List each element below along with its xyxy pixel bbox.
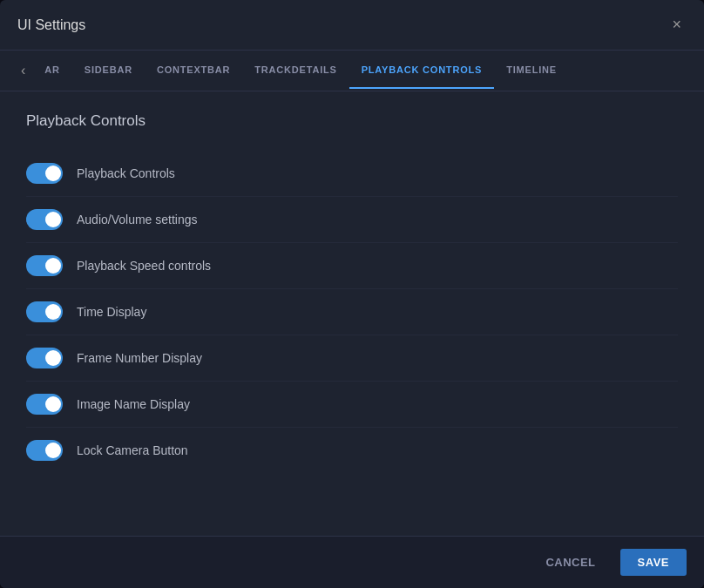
toggle-row-lock-camera: Lock Camera Button xyxy=(26,428,678,473)
toggle-label-lock-camera: Lock Camera Button xyxy=(77,443,188,457)
tab-playback-controls[interactable]: PLAYBACK CONTROLS xyxy=(349,52,494,89)
toggle-time-display[interactable] xyxy=(26,301,63,322)
modal-title: UI Settings xyxy=(17,17,85,33)
toggle-frame-number[interactable] xyxy=(26,348,63,368)
tab-ar[interactable]: AR xyxy=(32,52,72,89)
toggle-label-image-name: Image Name Display xyxy=(77,397,190,411)
toggle-row-frame-number: Frame Number Display xyxy=(26,335,678,382)
toggle-lock-camera[interactable] xyxy=(26,440,63,461)
tab-contextbar[interactable]: CONTEXTBAR xyxy=(145,52,242,89)
cancel-button[interactable]: CANCEL xyxy=(531,549,609,576)
ui-settings-modal: UI Settings × ‹ AR SIDEBAR CONTEXTBAR TR… xyxy=(0,0,704,588)
tab-timeline[interactable]: TIMELINE xyxy=(494,52,569,89)
toggle-playback-speed[interactable] xyxy=(26,255,63,276)
toggle-label-playback-speed: Playback Speed controls xyxy=(77,259,211,273)
toggle-row-image-name: Image Name Display xyxy=(26,382,678,428)
tab-trackdetails[interactable]: TRACKDETAILS xyxy=(242,52,349,89)
tab-sidebar[interactable]: SIDEBAR xyxy=(72,52,145,89)
modal-overlay: UI Settings × ‹ AR SIDEBAR CONTEXTBAR TR… xyxy=(0,0,704,588)
tabs-back-button[interactable]: ‹ xyxy=(14,51,32,91)
toggle-row-playback-speed: Playback Speed controls xyxy=(26,243,678,289)
tabs-bar: ‹ AR SIDEBAR CONTEXTBAR TRACKDETAILS PLA… xyxy=(0,51,704,91)
toggle-row-playback-controls: Playback Controls xyxy=(26,151,678,197)
modal-content: Playback Controls Playback Controls Audi… xyxy=(0,91,704,536)
toggle-label-playback-controls: Playback Controls xyxy=(77,166,175,180)
toggle-row-audio-volume: Audio/Volume settings xyxy=(26,197,678,243)
toggle-playback-controls[interactable] xyxy=(26,163,63,184)
toggle-audio-volume[interactable] xyxy=(26,209,63,230)
modal-header: UI Settings × xyxy=(0,0,704,51)
modal-footer: CANCEL SAVE xyxy=(0,536,704,588)
section-title: Playback Controls xyxy=(26,112,678,130)
toggle-label-frame-number: Frame Number Display xyxy=(77,351,202,365)
save-button[interactable]: SAVE xyxy=(620,549,687,576)
toggle-label-audio-volume: Audio/Volume settings xyxy=(77,213,198,226)
toggle-image-name[interactable] xyxy=(26,394,63,415)
toggle-row-time-display: Time Display xyxy=(26,289,678,335)
close-button[interactable]: × xyxy=(667,14,687,36)
toggle-label-time-display: Time Display xyxy=(77,305,146,319)
